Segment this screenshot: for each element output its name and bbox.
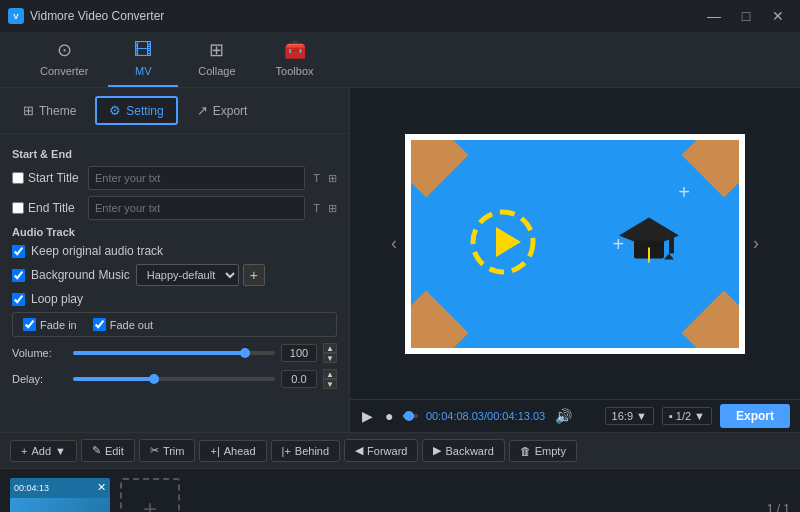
delay-thumb[interactable] [149,374,159,384]
tab-toolbox-label: Toolbox [276,65,314,77]
empty-button[interactable]: 🗑 Empty [509,440,577,462]
mv-icon: 🎞 [134,40,152,61]
bg-music-add-button[interactable]: + [243,264,265,286]
trim-icon: ✂ [150,444,159,457]
ratio-chevron: ▼ [636,410,647,422]
trim-label: Trim [163,445,185,457]
fade-out-checkbox[interactable] [93,318,106,331]
panel-tab-theme[interactable]: ⊞ Theme [10,96,89,125]
add-plus-icon: + [21,445,27,457]
tab-toolbox[interactable]: 🧰 Toolbox [256,31,334,87]
play-button[interactable]: ▶ [360,406,375,426]
edit-button[interactable]: ✎ Edit [81,439,135,462]
fade-options-box: Fade in Fade out [12,312,337,337]
minimize-button[interactable]: — [700,5,728,27]
current-time: 00:04:08.03 [426,410,484,422]
end-title-checkbox[interactable] [12,202,24,214]
preview-arrow-right[interactable]: › [753,233,759,254]
svg-marker-3 [496,227,521,257]
start-end-title: Start & End [12,148,337,160]
main-area: ⊞ Theme ⚙ Setting ↗ Export Start & End S… [0,88,800,432]
volume-arrows: ▲ ▼ [323,343,337,363]
behind-icon: |+ [282,445,291,457]
start-title-input[interactable] [88,166,305,190]
tab-collage[interactable]: ⊞ Collage [178,31,255,87]
fade-in-wrap: Fade in [23,318,77,331]
volume-down-arrow[interactable]: ▼ [323,353,337,363]
delay-down-arrow[interactable]: ▼ [323,379,337,389]
ratio-button[interactable]: 16:9 ▼ [605,407,654,425]
export-icon: ↗ [197,103,208,118]
tab-mv[interactable]: 🎞 MV [108,32,178,87]
delay-up-arrow[interactable]: ▲ [323,369,337,379]
panel-tab-setting[interactable]: ⚙ Setting [95,96,177,125]
timeline-clip-1[interactable]: 00:04:13 ✕ ▶ ♪ ✦ ✂ [10,478,110,513]
converter-icon: ⊙ [57,39,72,61]
loop-play-checkbox[interactable] [12,293,25,306]
start-title-check-wrap: Start Title [12,171,82,185]
volume-slider-track[interactable] [73,351,275,355]
tab-mv-label: MV [135,65,152,77]
clip-header: 00:04:13 ✕ [10,478,110,498]
time-display: 00:04:08.03/00:04:13.03 [426,410,545,422]
bg-music-checkbox[interactable] [12,269,25,282]
bg-music-select-wrap: Happy-default + [136,264,265,286]
clips-chevron: ▼ [694,410,705,422]
progress-bar[interactable] [403,414,417,418]
add-label: Add [31,445,51,457]
delay-value[interactable]: 0.0 [281,370,317,388]
total-time: 00:04:13.03 [487,410,545,422]
timeline: 00:04:13 ✕ ▶ ♪ ✦ ✂ + 1 / 1 [0,468,800,512]
backward-button[interactable]: ▶ Backward [422,439,504,462]
clip-time: 00:04:13 [14,483,49,493]
close-button[interactable]: ✕ [764,5,792,27]
end-title-grid-icon[interactable]: ⊞ [328,202,337,215]
clip-thumbnail: ▶ ♪ ✦ ✂ [10,498,110,513]
clips-count: 1/2 [676,410,691,422]
trim-button[interactable]: ✂ Trim [139,439,196,462]
deco-bottom-left [405,290,468,353]
window-controls: — □ ✕ [700,5,792,27]
maximize-button[interactable]: □ [732,5,760,27]
deco-bottom-right [682,290,745,353]
panel-tab-export[interactable]: ↗ Export [184,96,261,125]
start-title-text-icon[interactable]: T [313,172,320,184]
clips-button[interactable]: ▪ 1/2 ▼ [662,407,712,425]
forward-icon: ◀ [355,444,363,457]
behind-button[interactable]: |+ Behind [271,440,341,462]
start-title-grid-icon[interactable]: ⊞ [328,172,337,185]
stop-button[interactable]: ● [383,406,395,426]
volume-thumb[interactable] [240,348,250,358]
deco-top-right [682,134,745,197]
preview-area: ‹ [350,88,800,399]
ahead-button[interactable]: +| Ahead [199,440,266,462]
end-title-text-icon[interactable]: T [313,202,320,214]
start-title-checkbox[interactable] [12,172,24,184]
volume-up-arrow[interactable]: ▲ [323,343,337,353]
preview-arrow-left[interactable]: ‹ [391,233,397,254]
volume-value[interactable]: 100 [281,344,317,362]
ahead-icon: +| [210,445,219,457]
app-name: Vidmore Video Converter [30,9,164,23]
progress-thumb[interactable] [404,411,414,421]
tab-converter[interactable]: ⊙ Converter [20,31,108,87]
bg-music-select[interactable]: Happy-default [136,264,239,286]
clip-close-button[interactable]: ✕ [97,481,106,494]
add-button[interactable]: + Add ▼ [10,440,77,462]
bottom-toolbar: + Add ▼ ✎ Edit ✂ Trim +| Ahead |+ Behind… [0,432,800,468]
export-button[interactable]: Export [720,404,790,428]
end-title-input[interactable] [88,196,305,220]
start-title-label: Start Title [28,171,79,185]
delay-slider-track[interactable] [73,377,275,381]
add-clip-button[interactable]: + [120,478,180,513]
keep-original-checkbox[interactable] [12,245,25,258]
app-title-area: V Vidmore Video Converter [8,8,164,24]
fade-in-label: Fade in [40,319,77,331]
fade-in-checkbox[interactable] [23,318,36,331]
preview-plus-tr: + [678,181,690,204]
ratio-label: 16:9 [612,410,633,422]
forward-button[interactable]: ◀ Forward [344,439,418,462]
volume-control-button[interactable]: 🔊 [553,406,574,426]
ahead-label: Ahead [224,445,256,457]
panel-tabs: ⊞ Theme ⚙ Setting ↗ Export [0,88,349,134]
